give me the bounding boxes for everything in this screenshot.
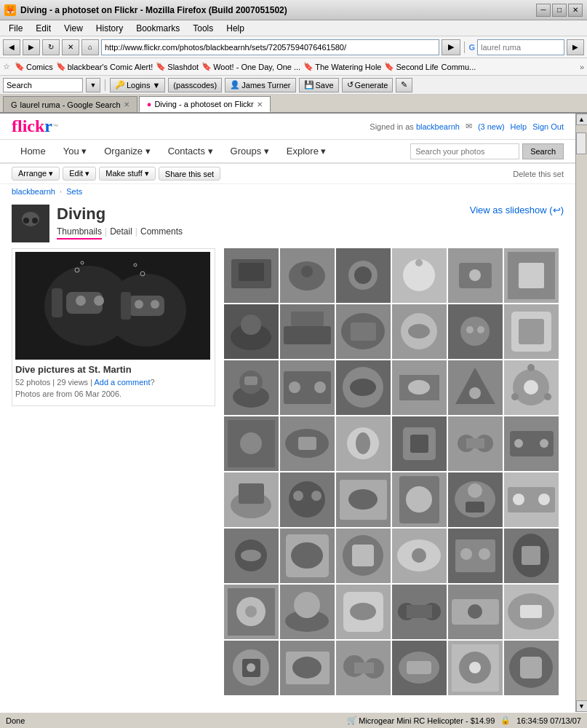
thumb-32[interactable] [280, 529, 335, 583]
passcodes-button[interactable]: (passcodes) [168, 78, 222, 92]
thumb-19[interactable] [224, 416, 279, 471]
thumb-33[interactable] [336, 529, 391, 583]
view-tab-detail[interactable]: Detail [110, 226, 132, 240]
bookmark-comics[interactable]: 🔖 Comics [15, 62, 53, 71]
home-button[interactable]: ⌂ [81, 39, 99, 55]
thumb-29[interactable] [448, 472, 503, 527]
thumb-2[interactable] [280, 248, 335, 303]
make-stuff-button[interactable]: Make stuff ▾ [99, 167, 156, 181]
thumb-16[interactable] [392, 360, 447, 415]
nav-contacts[interactable]: Contacts ▾ [159, 140, 222, 162]
help-link[interactable]: Help [511, 122, 527, 131]
thumb-17[interactable] [448, 360, 503, 415]
thumb-21[interactable] [336, 416, 391, 471]
menu-view[interactable]: View [58, 22, 89, 35]
thumb-23[interactable] [448, 416, 503, 471]
thumb-8[interactable] [280, 304, 335, 359]
bookmark-watering-hole[interactable]: 🔖 The Watering Hole [303, 62, 381, 71]
close-button[interactable]: ✕ [568, 4, 583, 17]
breadcrumb-sets[interactable]: Sets [66, 187, 82, 196]
maximize-button[interactable]: □ [552, 4, 567, 17]
menu-help[interactable]: Help [220, 22, 250, 35]
bookmark-commu[interactable]: Commu... [442, 63, 476, 71]
username-link[interactable]: blackbearnh [416, 122, 460, 131]
bookmark-second-life[interactable]: 🔖 Second Life [384, 62, 438, 71]
flickr-logo[interactable]: flickr™ [12, 116, 58, 136]
sign-out-link[interactable]: Sign Out [532, 122, 564, 131]
bookmark-woot[interactable]: 🔖 Woot! - One Day, One ... [201, 62, 300, 71]
thumb-5[interactable] [448, 248, 503, 303]
logins-button[interactable]: 🔑 Logins ▼ [110, 78, 165, 92]
address-bar[interactable] [101, 39, 439, 55]
thumb-14[interactable] [280, 360, 335, 415]
scroll-thumb[interactable] [576, 132, 586, 154]
featured-photo-image[interactable] [15, 252, 210, 360]
menu-edit[interactable]: Edit [30, 22, 57, 35]
bookmarks-more[interactable]: » [580, 63, 584, 71]
thumb-25[interactable] [224, 472, 279, 527]
tab-google[interactable]: G laurel ruma - Google Search ✕ [3, 96, 137, 112]
thumb-45[interactable] [336, 641, 391, 695]
thumb-26[interactable] [280, 472, 335, 527]
thumb-35[interactable] [448, 529, 503, 583]
bookmark-slashdot[interactable]: 🔖 Slashdot [156, 62, 199, 71]
slideshow-link[interactable]: View as slideshow (↩) [470, 205, 564, 215]
save-button[interactable]: 💾 Save [299, 78, 339, 92]
arrange-button[interactable]: Arrange ▾ [12, 167, 60, 181]
thumb-1[interactable] [224, 248, 279, 303]
menu-file[interactable]: File [3, 22, 28, 35]
thumb-4[interactable] [392, 248, 447, 303]
scroll-up-button[interactable]: ▲ [576, 114, 588, 125]
tab-close-flickr[interactable]: ✕ [257, 100, 263, 108]
thumb-27[interactable] [336, 472, 391, 527]
menu-history[interactable]: History [90, 22, 129, 35]
thumb-38[interactable] [280, 585, 335, 639]
thumb-24[interactable] [504, 416, 559, 471]
thumb-12[interactable] [504, 304, 559, 359]
menu-bookmarks[interactable]: Bookmarks [130, 22, 185, 35]
messages-link[interactable]: (3 new) [478, 122, 505, 131]
bookmark-comic-alert[interactable]: 🔖 blackbear's Comic Alert! [56, 62, 153, 71]
nav-groups[interactable]: Groups ▾ [222, 140, 278, 162]
nav-organize[interactable]: Organize ▾ [95, 140, 159, 162]
breadcrumb-user[interactable]: blackbearnh [12, 187, 55, 196]
generate-button[interactable]: ↺ Generate [342, 78, 394, 92]
thumb-9[interactable] [336, 304, 391, 359]
reload-button[interactable]: ↻ [42, 39, 60, 55]
edit-button[interactable]: ✎ [396, 78, 412, 92]
thumb-48[interactable] [504, 641, 559, 695]
view-tab-thumbnails[interactable]: Thumbnails [57, 226, 102, 240]
thumb-3[interactable] [336, 248, 391, 303]
thumb-40[interactable] [392, 585, 447, 639]
window-controls[interactable]: ─ □ ✕ [536, 4, 583, 17]
thumb-41[interactable] [448, 585, 503, 639]
thumb-10[interactable] [392, 304, 447, 359]
nav-home[interactable]: Home [12, 140, 55, 162]
forward-button[interactable]: ▶ [23, 39, 40, 55]
james-turner-button[interactable]: 👤 James Turner [225, 78, 295, 92]
nav-you[interactable]: You ▾ [55, 140, 96, 162]
thumb-18[interactable] [504, 360, 559, 415]
delete-set-button[interactable]: Delete this set [513, 170, 564, 178]
google-search-input[interactable] [477, 39, 564, 55]
thumb-6[interactable] [504, 248, 559, 303]
quick-search-input[interactable] [3, 78, 83, 92]
scroll-down-button[interactable]: ▼ [576, 700, 588, 712]
thumb-15[interactable] [336, 360, 391, 415]
nav-explore[interactable]: Explore ▾ [278, 140, 335, 162]
menu-tools[interactable]: Tools [187, 22, 219, 35]
thumb-22[interactable] [392, 416, 447, 471]
add-comment-link[interactable]: Add a comment [94, 378, 150, 387]
go-button[interactable]: ▶ [442, 39, 460, 55]
scroll-track[interactable] [576, 125, 588, 700]
search-go-button[interactable]: ▶ [567, 39, 584, 55]
back-button[interactable]: ◀ [3, 39, 20, 55]
thumb-11[interactable] [448, 304, 503, 359]
tab-close-google[interactable]: ✕ [124, 100, 129, 108]
photo-search-input[interactable] [410, 143, 519, 159]
thumb-46[interactable] [392, 641, 447, 695]
minimize-button[interactable]: ─ [536, 4, 551, 17]
thumb-36[interactable] [504, 529, 559, 583]
thumb-28[interactable] [392, 472, 447, 527]
thumb-43[interactable] [224, 641, 279, 695]
